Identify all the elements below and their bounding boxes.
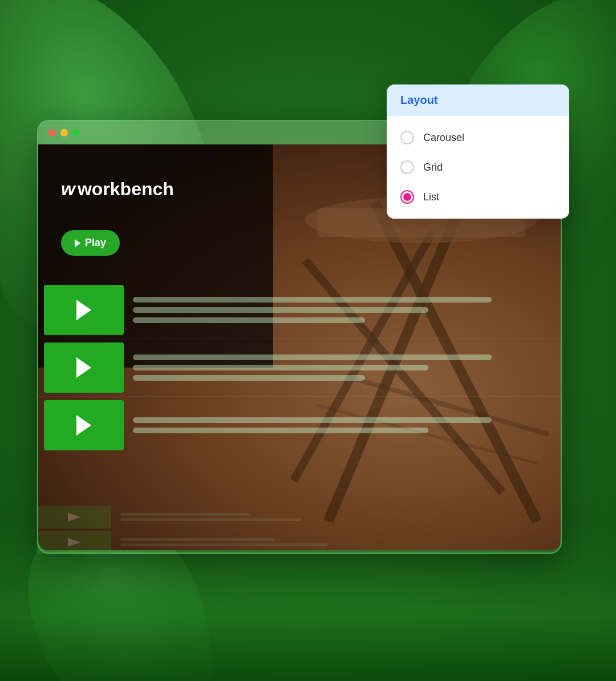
play-button[interactable]: Play [61,230,120,256]
layout-panel-header: Layout [387,84,569,116]
play-icon [76,357,91,378]
list-item[interactable] [38,339,561,397]
text-line [133,297,492,303]
reflection-play-icon [68,513,80,522]
text-line [133,417,492,423]
list-item[interactable] [38,397,561,454]
play-icon [75,239,80,247]
list-item[interactable] [38,281,561,339]
carousel-label: Carousel [423,132,464,144]
list-item-2-text [133,354,555,381]
text-line [133,428,428,433]
list-label: List [423,191,439,203]
list-item-3-thumbnail[interactable] [44,400,124,450]
reflection-item-2 [37,506,379,529]
layout-option-carousel[interactable]: Carousel [387,123,569,152]
play-label: Play [85,237,106,249]
radio-list[interactable] [400,190,414,204]
play-icon [76,415,91,436]
window-reflection [37,503,379,554]
list-item-1-thumbnail[interactable] [44,285,124,335]
list-item-3-text [133,417,555,433]
text-line [133,365,428,370]
play-icon [76,300,91,320]
layout-panel: Layout Carousel Grid List [387,84,569,219]
traffic-light-red[interactable] [48,129,56,136]
reflection-item-1 [37,531,379,554]
reflection-line [120,513,250,516]
text-line [133,307,428,313]
list-item-1-text [133,297,555,323]
reflection-line [120,538,275,541]
text-line [133,375,365,381]
grid-label: Grid [423,162,443,174]
radio-grid[interactable] [400,160,414,174]
radio-carousel[interactable] [400,131,414,144]
reflection-line [120,518,302,521]
logo-w-icon: w [61,179,75,200]
radio-list-selected-dot [403,193,411,201]
reflection-lines [120,513,379,521]
reflection-lines [120,538,379,546]
reflection-play-icon [68,538,80,547]
logo-area: wworkbench [61,179,174,200]
reflection-thumb [37,506,111,529]
text-line [133,354,492,360]
text-line [133,317,365,323]
reflection-thumb [37,531,111,554]
layout-option-list[interactable]: List [387,182,569,212]
traffic-light-green[interactable] [72,129,80,136]
list-item-2-thumbnail[interactable] [44,342,124,393]
logo-text: workbench [78,179,174,200]
layout-options: Carousel Grid List [387,116,569,219]
reflection-line [120,543,327,546]
layout-option-grid[interactable]: Grid [387,152,569,182]
traffic-light-yellow[interactable] [60,129,68,136]
